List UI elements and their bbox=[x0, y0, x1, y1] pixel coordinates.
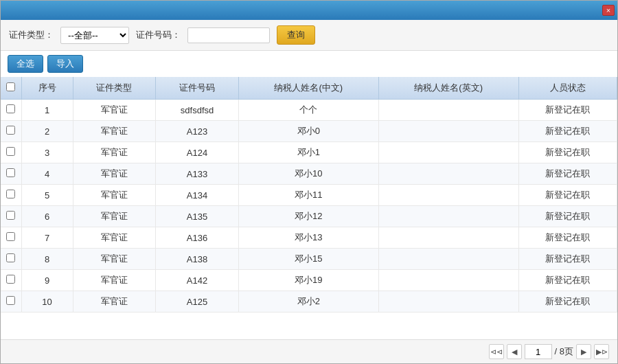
cell-cert-type: 军官证 bbox=[73, 121, 156, 142]
cell-status: 新登记在职 bbox=[518, 270, 617, 291]
query-button[interactable]: 查询 bbox=[277, 25, 315, 45]
cell-name-cn: 个个 bbox=[238, 100, 378, 121]
cell-name-cn: 邓小10 bbox=[238, 163, 378, 185]
cell-cert-type: 军官证 bbox=[73, 100, 156, 121]
row-checkbox[interactable] bbox=[6, 126, 15, 135]
data-table: 序号 证件类型 证件号码 纳税人姓名(中文) 纳税人姓名(英文) 人员状态 1军… bbox=[1, 77, 617, 312]
row-checkbox-cell bbox=[1, 270, 21, 291]
page-number-input[interactable] bbox=[525, 344, 552, 359]
table-row: 8军官证A138邓小15新登记在职 bbox=[1, 249, 617, 270]
cell-name-cn: 邓小2 bbox=[238, 291, 378, 312]
page-info: / 8页 bbox=[555, 345, 573, 358]
cell-seq: 3 bbox=[21, 142, 73, 163]
last-page-button[interactable]: ▶⊳ bbox=[594, 344, 609, 359]
cert-no-label: 证件号码： bbox=[136, 29, 181, 41]
row-checkbox[interactable] bbox=[6, 232, 15, 241]
cell-name-cn: 邓小19 bbox=[238, 270, 378, 291]
table-row: 5军官证A134邓小11新登记在职 bbox=[1, 185, 617, 206]
table-row: 1军官证sdfsdfsd个个新登记在职 bbox=[1, 100, 617, 121]
cell-cert-no: A125 bbox=[156, 291, 239, 312]
cell-cert-no: A124 bbox=[156, 142, 239, 163]
row-checkbox-cell bbox=[1, 121, 21, 142]
row-checkbox-cell bbox=[1, 206, 21, 227]
cert-type-select[interactable]: --全部-- 军官证 身份证 护照 bbox=[60, 27, 129, 44]
row-checkbox[interactable] bbox=[6, 147, 15, 156]
cell-cert-no: A133 bbox=[156, 163, 239, 185]
cell-cert-type: 军官证 bbox=[73, 185, 156, 206]
cell-name-cn: 邓小11 bbox=[238, 185, 378, 206]
cell-cert-no: A138 bbox=[156, 249, 239, 270]
cert-type-label: 证件类型： bbox=[9, 29, 54, 41]
row-checkbox[interactable] bbox=[6, 296, 15, 305]
row-checkbox[interactable] bbox=[6, 275, 15, 284]
close-button[interactable]: × bbox=[602, 5, 615, 16]
cell-name-cn: 邓小12 bbox=[238, 206, 378, 227]
cell-status: 新登记在职 bbox=[518, 100, 617, 121]
cell-name-cn: 邓小15 bbox=[238, 249, 378, 270]
cell-status: 新登记在职 bbox=[518, 142, 617, 163]
row-checkbox-cell bbox=[1, 163, 21, 185]
cell-cert-no: A142 bbox=[156, 270, 239, 291]
header-checkbox-cell bbox=[1, 77, 21, 100]
cell-status: 新登记在职 bbox=[518, 291, 617, 312]
row-checkbox-cell bbox=[1, 227, 21, 249]
main-window: × 证件类型： --全部-- 军官证 身份证 护照 证件号码： 查询 全选 导入… bbox=[0, 0, 618, 364]
cell-name-en bbox=[378, 163, 518, 185]
cell-cert-no: A135 bbox=[156, 206, 239, 227]
row-checkbox[interactable] bbox=[6, 211, 15, 220]
row-checkbox-cell bbox=[1, 185, 21, 206]
table-row: 4军官证A133邓小10新登记在职 bbox=[1, 163, 617, 185]
cert-no-input[interactable] bbox=[187, 27, 270, 43]
cell-status: 新登记在职 bbox=[518, 206, 617, 227]
cell-seq: 8 bbox=[21, 249, 73, 270]
cell-name-en bbox=[378, 100, 518, 121]
cell-cert-type: 军官证 bbox=[73, 291, 156, 312]
cell-status: 新登记在职 bbox=[518, 249, 617, 270]
cell-cert-no: A123 bbox=[156, 121, 239, 142]
table-row: 3军官证A124邓小1新登记在职 bbox=[1, 142, 617, 163]
cell-name-cn: 邓小13 bbox=[238, 227, 378, 249]
cell-name-cn: 邓小0 bbox=[238, 121, 378, 142]
import-button[interactable]: 导入 bbox=[47, 55, 83, 73]
cell-name-en bbox=[378, 291, 518, 312]
cell-name-en bbox=[378, 227, 518, 249]
header-checkbox[interactable] bbox=[6, 82, 15, 91]
cell-name-en bbox=[378, 185, 518, 206]
table-row: 9军官证A142邓小19新登记在职 bbox=[1, 270, 617, 291]
table-row: 2军官证A123邓小0新登记在职 bbox=[1, 121, 617, 142]
cell-name-cn: 邓小1 bbox=[238, 142, 378, 163]
next-page-button[interactable]: ▶ bbox=[576, 344, 591, 359]
header-seq: 序号 bbox=[21, 77, 73, 100]
cell-seq: 1 bbox=[21, 100, 73, 121]
select-all-button[interactable]: 全选 bbox=[8, 55, 43, 73]
cell-cert-no: A136 bbox=[156, 227, 239, 249]
cell-seq: 6 bbox=[21, 206, 73, 227]
cell-name-en bbox=[378, 206, 518, 227]
toolbar: 证件类型： --全部-- 军官证 身份证 护照 证件号码： 查询 bbox=[1, 20, 617, 51]
table-row: 7军官证A136邓小13新登记在职 bbox=[1, 227, 617, 249]
cell-status: 新登记在职 bbox=[518, 163, 617, 185]
prev-page-button[interactable]: ◀ bbox=[507, 344, 522, 359]
cell-seq: 5 bbox=[21, 185, 73, 206]
cell-cert-type: 军官证 bbox=[73, 163, 156, 185]
title-bar: × bbox=[1, 1, 617, 20]
cell-name-en bbox=[378, 249, 518, 270]
cell-cert-type: 军官证 bbox=[73, 270, 156, 291]
header-status: 人员状态 bbox=[518, 77, 617, 100]
row-checkbox[interactable] bbox=[6, 168, 15, 177]
row-checkbox-cell bbox=[1, 100, 21, 121]
cell-cert-type: 军官证 bbox=[73, 227, 156, 249]
row-checkbox[interactable] bbox=[6, 253, 15, 262]
row-checkbox[interactable] bbox=[6, 104, 15, 113]
header-cert-no: 证件号码 bbox=[156, 77, 239, 100]
row-checkbox-cell bbox=[1, 291, 21, 312]
action-bar: 全选 导入 bbox=[1, 51, 617, 77]
first-page-button[interactable]: ⊲⊲ bbox=[489, 344, 504, 359]
cell-cert-no: A134 bbox=[156, 185, 239, 206]
cell-status: 新登记在职 bbox=[518, 185, 617, 206]
cell-seq: 9 bbox=[21, 270, 73, 291]
cell-cert-type: 军官证 bbox=[73, 206, 156, 227]
row-checkbox[interactable] bbox=[6, 190, 15, 198]
cell-cert-no: sdfsdfsd bbox=[156, 100, 239, 121]
cell-cert-type: 军官证 bbox=[73, 249, 156, 270]
